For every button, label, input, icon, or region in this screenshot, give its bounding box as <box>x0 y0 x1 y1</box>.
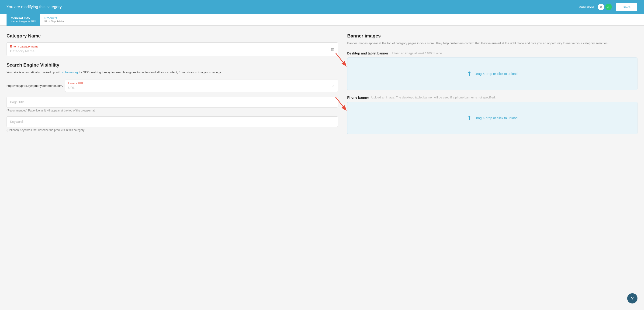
main-content: Category Name Enter a category name ▦ Se… <box>0 26 644 308</box>
page-title-input[interactable] <box>6 97 338 108</box>
phone-upload-content: ⬆ Drag & drop or click to upload <box>467 115 518 121</box>
url-field-wrap: Enter a URL <box>65 80 329 92</box>
published-toggles: ✕ ✓ <box>598 4 612 10</box>
top-bar: You are modifying this category Publishe… <box>0 0 644 14</box>
banner-description: Banner images appear at the top of categ… <box>347 41 638 46</box>
tab-products-sublabel: 59 of 59 published <box>44 20 65 23</box>
right-panel: Banner images Banner images appear at th… <box>347 33 638 301</box>
phone-banner-label-row: Phone banner Upload an image. The deskto… <box>347 96 638 99</box>
phone-banner-title: Phone banner <box>347 96 369 99</box>
desktop-upload-zone[interactable]: ⬆ Drag & drop or click to upload <box>347 57 638 90</box>
tab-general-info-label: General Info <box>11 16 36 20</box>
x-icon: ✕ <box>600 5 602 9</box>
external-link-icon: ↗ <box>332 84 335 88</box>
url-base: https://kittyprod.symphonycommerce.com/ <box>6 84 65 88</box>
phone-banner-hint: Upload an image. The desktop / tablet ba… <box>372 96 496 99</box>
category-name-heading: Category Name <box>6 33 338 39</box>
help-button[interactable]: ? <box>627 293 638 304</box>
keywords-hint: (Optional) Keywords that describe the pr… <box>6 129 338 132</box>
desktop-banner-hint: Upload an image at least 1400px wide. <box>390 51 443 55</box>
unpublish-toggle[interactable]: ✕ <box>598 4 604 10</box>
upload-icon-desktop: ⬆ <box>467 71 472 77</box>
category-name-field-inner: Enter a category name <box>10 45 330 53</box>
page-title-hint: (Recommended) Page title as it will appe… <box>6 109 338 112</box>
left-panel: Category Name Enter a category name ▦ Se… <box>6 33 347 301</box>
url-external-button[interactable]: ↗ <box>329 80 338 92</box>
url-input[interactable] <box>68 86 326 90</box>
desktop-upload-label: Drag & drop or click to upload <box>474 72 518 76</box>
category-name-error-label: Enter a category name <box>10 45 330 48</box>
keywords-input[interactable] <box>6 116 338 127</box>
top-bar-title: You are modifying this category <box>6 5 62 9</box>
category-name-field-container: Enter a category name ▦ <box>6 42 338 56</box>
banner-heading: Banner images <box>347 33 638 39</box>
url-row: https://kittyprod.symphonycommerce.com/ … <box>6 80 338 92</box>
category-name-input[interactable] <box>10 49 330 53</box>
tab-products[interactable]: Products 59 of 59 published <box>40 14 70 26</box>
schema-link[interactable]: schema.org <box>62 71 78 74</box>
seo-description: Your site is automatically marked up wit… <box>6 70 338 75</box>
tab-products-label: Products <box>44 16 65 20</box>
check-icon: ✓ <box>607 5 610 9</box>
top-bar-right: Published ✕ ✓ Save <box>579 3 638 11</box>
phone-banner-arrow-container: ⬆ Drag & drop or click to upload <box>347 102 638 134</box>
tab-general-info[interactable]: General Info Name, Images & SEO <box>6 14 40 26</box>
tab-general-info-sublabel: Name, Images & SEO <box>11 20 36 23</box>
desktop-banner-label-row: Desktop and tablet banner Upload an imag… <box>347 51 638 55</box>
seo-heading: Search Engine Visibility <box>6 62 338 68</box>
upload-icon-phone: ⬆ <box>467 115 472 121</box>
published-label: Published <box>579 5 594 9</box>
phone-upload-zone[interactable]: ⬆ Drag & drop or click to upload <box>347 102 638 134</box>
desktop-banner-arrow-container: ⬆ Drag & drop or click to upload <box>347 57 638 90</box>
publish-toggle[interactable]: ✓ <box>605 4 612 10</box>
url-error-label: Enter a URL <box>68 82 326 85</box>
desktop-upload-content: ⬆ Drag & drop or click to upload <box>467 71 518 77</box>
save-button[interactable]: Save <box>616 3 638 11</box>
phone-upload-label: Drag & drop or click to upload <box>474 116 518 120</box>
help-icon: ? <box>631 296 634 301</box>
tab-bar: General Info Name, Images & SEO Products… <box>0 14 644 26</box>
desktop-banner-title: Desktop and tablet banner <box>347 51 388 55</box>
card-icon[interactable]: ▦ <box>330 46 334 52</box>
